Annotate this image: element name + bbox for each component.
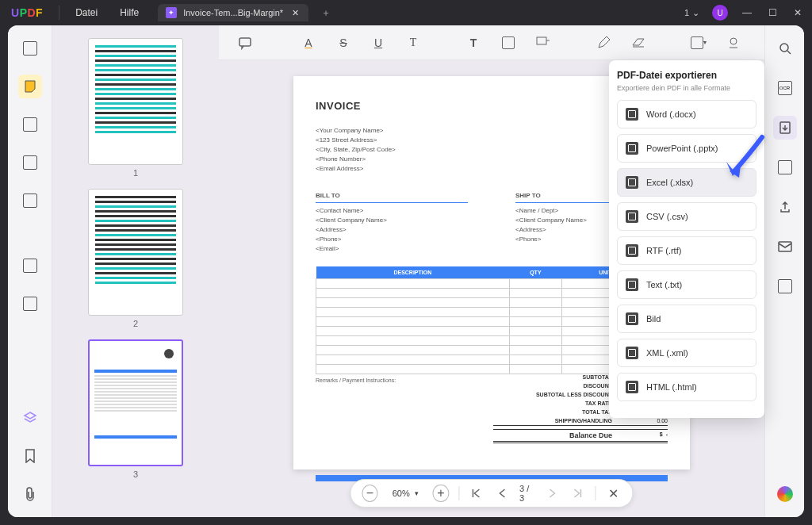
export-subtitle: Exportiere dein PDF in alle Formate bbox=[617, 84, 756, 92]
search-button[interactable] bbox=[773, 36, 797, 60]
pdf-icon: ✦ bbox=[166, 7, 177, 18]
user-avatar[interactable]: U bbox=[712, 5, 728, 21]
export-html[interactable]: HTML (.html) bbox=[617, 373, 756, 401]
shape-icon[interactable]: ▾ bbox=[690, 34, 707, 52]
share-button[interactable] bbox=[773, 195, 797, 219]
next-page-button[interactable] bbox=[544, 485, 560, 502]
underline-icon[interactable]: U bbox=[370, 34, 387, 52]
thumb-number: 3 bbox=[88, 469, 183, 479]
mail-button[interactable] bbox=[773, 235, 797, 259]
image-icon bbox=[626, 312, 638, 325]
export-image[interactable]: Bild bbox=[617, 305, 756, 333]
last-page-button[interactable] bbox=[570, 485, 586, 502]
svg-point-3 bbox=[780, 44, 788, 52]
menu-file[interactable]: Datei bbox=[64, 7, 109, 18]
comment-tool[interactable] bbox=[18, 75, 42, 98]
ai-button[interactable] bbox=[773, 482, 797, 506]
word-icon bbox=[626, 108, 638, 121]
reader-tool[interactable] bbox=[18, 36, 42, 60]
app-container: 1 2 3 A S U T T bbox=[8, 25, 804, 517]
export-xml[interactable]: XML (.xml) bbox=[617, 339, 756, 367]
app-logo: UPDF bbox=[0, 6, 54, 19]
excel-icon bbox=[626, 176, 638, 189]
export-panel: PDF-Datei exportieren Exportiere dein PD… bbox=[609, 60, 764, 418]
print-button[interactable] bbox=[773, 274, 797, 298]
first-page-button[interactable] bbox=[469, 485, 485, 502]
page-indicator[interactable]: 3 / 3 bbox=[519, 484, 535, 503]
edit-tool[interactable] bbox=[18, 113, 42, 136]
zoom-level[interactable]: 60%▾ bbox=[388, 489, 423, 498]
thumb-number: 1 bbox=[88, 168, 183, 178]
maximize-button[interactable]: ☐ bbox=[766, 6, 779, 19]
html-icon bbox=[626, 381, 638, 393]
thumb-number: 2 bbox=[88, 319, 183, 328]
strikethrough-icon[interactable]: S bbox=[335, 34, 352, 52]
thumbnail-panel: 1 2 3 bbox=[52, 25, 219, 517]
notification-count[interactable]: 1⌄ bbox=[684, 8, 699, 18]
remarks-label: Remarks / Payment Instructions: bbox=[316, 377, 493, 443]
organize-tool[interactable] bbox=[18, 254, 42, 278]
menu-help[interactable]: Hilfe bbox=[109, 7, 150, 18]
rtf-icon bbox=[626, 244, 638, 257]
export-text[interactable]: Text (.txt) bbox=[617, 270, 756, 299]
crop-tool[interactable] bbox=[18, 292, 42, 316]
export-word[interactable]: Word (.docx) bbox=[617, 100, 756, 128]
export-button[interactable] bbox=[773, 116, 797, 140]
pencil-icon[interactable] bbox=[595, 34, 612, 52]
export-excel[interactable]: Excel (.xlsx) bbox=[617, 168, 756, 197]
ocr-button[interactable]: OCR bbox=[773, 76, 797, 100]
layers-button[interactable] bbox=[18, 406, 42, 430]
billto-heading: BILL TO bbox=[316, 191, 468, 203]
text-icon[interactable]: T bbox=[465, 34, 482, 52]
svg-rect-1 bbox=[537, 37, 546, 44]
callout-icon[interactable] bbox=[534, 34, 552, 52]
export-rtf[interactable]: RTF (.rtf) bbox=[617, 236, 756, 265]
svg-rect-0 bbox=[239, 38, 251, 46]
export-powerpoint[interactable]: PowerPoint (.pptx) bbox=[617, 134, 756, 163]
titlebar: UPDF Datei Hilfe ✦ Invoice-Tem...Big-Mar… bbox=[0, 0, 812, 25]
svg-point-2 bbox=[730, 38, 737, 44]
prev-page-button[interactable] bbox=[494, 485, 510, 502]
document-tab[interactable]: ✦ Invoice-Tem...Big-Margin* ✕ bbox=[158, 4, 308, 21]
svg-rect-5 bbox=[779, 242, 791, 251]
close-tab-icon[interactable]: ✕ bbox=[289, 7, 301, 18]
close-nav-button[interactable]: ✕ bbox=[606, 485, 622, 502]
left-tool-rail bbox=[8, 25, 52, 517]
form-tool[interactable] bbox=[18, 189, 42, 213]
thumbnail-page-1[interactable] bbox=[88, 38, 183, 165]
powerpoint-icon bbox=[626, 142, 638, 155]
comment-icon[interactable] bbox=[236, 34, 254, 52]
page-navigator: − 60%▾ + 3 / 3 ✕ bbox=[350, 479, 633, 508]
format-toolbar: A S U T T ▾ bbox=[219, 25, 764, 60]
tab-label: Invoice-Tem...Big-Margin* bbox=[183, 8, 283, 17]
xml-icon bbox=[626, 347, 638, 359]
eraser-icon[interactable] bbox=[630, 34, 647, 52]
stamp-icon[interactable] bbox=[725, 34, 742, 52]
thumbnail-page-2[interactable] bbox=[88, 189, 183, 316]
squiggly-icon[interactable]: T bbox=[404, 34, 422, 52]
highlight-icon[interactable]: A bbox=[300, 34, 317, 52]
export-csv[interactable]: CSV (.csv) bbox=[617, 202, 756, 231]
close-window-button[interactable]: ✕ bbox=[791, 6, 804, 19]
attachment-button[interactable] bbox=[18, 482, 42, 506]
bookmark-button[interactable] bbox=[18, 444, 42, 468]
textbox-icon[interactable] bbox=[500, 34, 517, 52]
export-title: PDF-Datei exportieren bbox=[617, 70, 756, 81]
minimize-button[interactable]: — bbox=[741, 6, 753, 19]
csv-icon bbox=[626, 210, 638, 223]
page-tool[interactable] bbox=[18, 151, 42, 174]
text-icon bbox=[626, 278, 638, 291]
new-tab-button[interactable]: ＋ bbox=[316, 3, 335, 22]
zoom-out-button[interactable]: − bbox=[362, 485, 377, 502]
zoom-in-button[interactable]: + bbox=[433, 485, 449, 502]
convert-button[interactable] bbox=[773, 155, 797, 179]
right-tool-rail: OCR bbox=[764, 25, 804, 517]
thumbnail-page-3[interactable] bbox=[88, 339, 183, 466]
